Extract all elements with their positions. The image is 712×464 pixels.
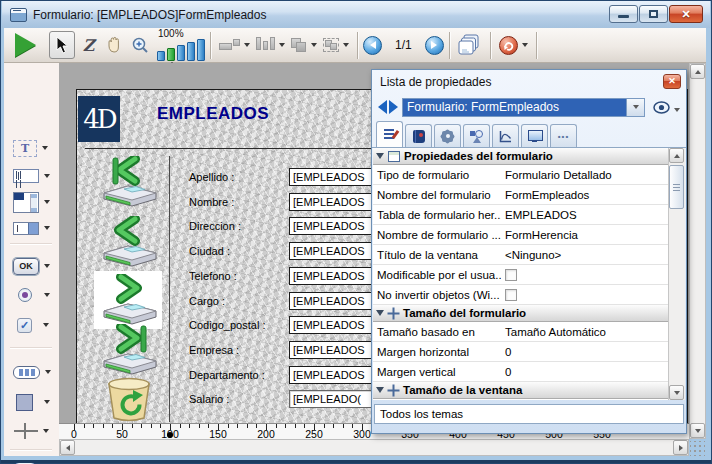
tab-chart[interactable] bbox=[492, 124, 519, 147]
property-value[interactable]: FormHerencia bbox=[501, 229, 668, 241]
property-value[interactable]: 0 bbox=[501, 346, 668, 358]
dropdown-arrow-icon[interactable] bbox=[44, 226, 50, 230]
tab-objects[interactable] bbox=[463, 124, 490, 147]
form-title-text[interactable]: EMPLEADOS bbox=[157, 104, 269, 124]
pages-icon bbox=[458, 34, 482, 56]
combo-dropdown-button[interactable] bbox=[626, 99, 644, 116]
property-value[interactable]: EMPLEADOS bbox=[501, 209, 668, 221]
tab-display[interactable] bbox=[521, 124, 548, 147]
dropdown-arrow-icon[interactable] bbox=[44, 174, 50, 178]
property-row: Tamaño basado enTamaño Automático bbox=[373, 322, 668, 342]
dropdown-arrow-icon[interactable] bbox=[43, 323, 49, 327]
collapse-arrow-icon[interactable] bbox=[376, 387, 384, 393]
scroll-left-button[interactable] bbox=[60, 440, 75, 455]
distribute-dropdown-button[interactable] bbox=[253, 31, 288, 59]
dropdown-arrow-icon[interactable] bbox=[44, 200, 50, 204]
detail-form-dropdown-button[interactable] bbox=[496, 31, 531, 59]
zoom-bar-50[interactable] bbox=[157, 51, 165, 61]
previous-object-button[interactable] bbox=[378, 100, 387, 114]
combobox-tool[interactable] bbox=[13, 216, 50, 240]
property-checkbox[interactable] bbox=[505, 289, 517, 301]
zoom-bar-100[interactable] bbox=[167, 48, 175, 61]
button-tool[interactable]: OK bbox=[13, 254, 50, 278]
next-record-button[interactable] bbox=[97, 274, 161, 328]
tab-more[interactable]: ••• bbox=[550, 124, 577, 147]
rectangle-tool[interactable] bbox=[13, 390, 50, 414]
collapse-arrow-icon[interactable] bbox=[376, 153, 384, 159]
property-label: Tipo de formulario bbox=[373, 169, 501, 181]
select-tool-button[interactable] bbox=[49, 31, 75, 59]
grid-scroll-down-button[interactable] bbox=[669, 385, 684, 400]
property-value[interactable] bbox=[501, 289, 668, 301]
radio-button-tool[interactable] bbox=[13, 283, 50, 307]
form-window-icon bbox=[10, 8, 27, 22]
scroll-up-button[interactable] bbox=[690, 64, 705, 79]
section-header[interactable]: Tamaño de la ventana bbox=[373, 382, 668, 399]
section-header[interactable]: Tamaño del formulario bbox=[373, 305, 668, 322]
splitter-tool[interactable] bbox=[13, 419, 49, 443]
group-dropdown-button[interactable] bbox=[320, 31, 352, 59]
dropdown-arrow-icon[interactable] bbox=[44, 400, 50, 404]
section-header[interactable]: Propiedades del formulario bbox=[373, 148, 668, 165]
property-value[interactable]: 0 bbox=[501, 366, 668, 378]
tab-data[interactable] bbox=[405, 124, 432, 147]
last-record-button[interactable] bbox=[97, 324, 161, 378]
panel-close-button[interactable]: ✕ bbox=[663, 74, 681, 89]
tab-actions[interactable] bbox=[434, 124, 461, 147]
vertical-scrollbar[interactable] bbox=[689, 63, 706, 439]
dropdown-arrow-icon[interactable] bbox=[43, 429, 49, 433]
checkbox-tool[interactable]: ✓ bbox=[13, 313, 49, 337]
themes-filter-status[interactable]: Todos los temas bbox=[374, 404, 684, 424]
next-icon bbox=[431, 41, 437, 49]
view-options-button[interactable] bbox=[653, 101, 680, 114]
move-tool-button[interactable] bbox=[101, 31, 127, 59]
input-field-tool[interactable] bbox=[13, 164, 50, 188]
window-title: Formulario: [EMPLEADOS]FormEmpleados bbox=[33, 8, 266, 22]
vertical-divider-line[interactable] bbox=[169, 156, 170, 422]
grid-scroll-up-button[interactable] bbox=[669, 148, 684, 163]
pages-list-button[interactable] bbox=[455, 31, 485, 59]
previous-page-button[interactable] bbox=[363, 36, 382, 55]
execute-form-button[interactable] bbox=[12, 31, 39, 59]
collapse-arrow-icon[interactable] bbox=[376, 310, 384, 316]
property-checkbox[interactable] bbox=[505, 269, 517, 281]
grid-scrollbar-thumb[interactable] bbox=[669, 165, 684, 209]
zoom-tool-button[interactable] bbox=[127, 31, 153, 59]
align-dropdown-button[interactable] bbox=[216, 31, 253, 59]
text-tool[interactable]: T bbox=[13, 136, 48, 160]
resize-grip[interactable] bbox=[690, 441, 705, 456]
property-value[interactable]: Tamaño Automático bbox=[501, 326, 668, 338]
zoom-bars[interactable] bbox=[157, 39, 205, 61]
tab-form-properties[interactable] bbox=[376, 121, 403, 147]
property-value[interactable]: FormEmpleados bbox=[501, 189, 668, 201]
zoom-bar-400[interactable] bbox=[187, 42, 195, 61]
listbox-tool[interactable] bbox=[13, 190, 50, 214]
close-button[interactable]: ✕ bbox=[669, 5, 703, 23]
next-object-button[interactable] bbox=[389, 100, 398, 114]
tab-control-tool[interactable] bbox=[13, 360, 51, 384]
next-page-button[interactable] bbox=[425, 36, 444, 55]
titlebar[interactable]: Formulario: [EMPLEADOS]FormEmpleados ✕ bbox=[2, 1, 710, 28]
property-value[interactable]: Formulario Detallado bbox=[501, 169, 668, 181]
delete-record-trash-button[interactable] bbox=[103, 376, 155, 422]
first-record-button[interactable] bbox=[97, 156, 161, 210]
scroll-down-button[interactable] bbox=[690, 423, 705, 438]
horizontal-scrollbar[interactable] bbox=[59, 439, 689, 456]
zoom-widget[interactable]: 100% bbox=[157, 29, 205, 61]
previous-record-button[interactable] bbox=[97, 216, 161, 270]
minimize-button[interactable] bbox=[609, 5, 638, 23]
property-value[interactable]: <Ninguno> bbox=[501, 249, 668, 261]
property-value[interactable] bbox=[501, 269, 668, 281]
restore-button[interactable] bbox=[639, 5, 668, 23]
dropdown-arrow-icon[interactable] bbox=[44, 293, 50, 297]
properties-panel-titlebar[interactable]: Lista de propiedades ✕ bbox=[372, 70, 686, 93]
zoom-bar-800[interactable] bbox=[197, 39, 205, 61]
object-selector-combo[interactable]: Formulario: FormEmpleados bbox=[402, 98, 645, 117]
dropdown-arrow-icon[interactable] bbox=[44, 264, 50, 268]
dropdown-arrow-icon[interactable] bbox=[42, 146, 48, 150]
scroll-right-button[interactable] bbox=[673, 440, 688, 455]
dropdown-arrow-icon[interactable] bbox=[45, 370, 51, 374]
layer-order-dropdown-button[interactable] bbox=[288, 31, 320, 59]
entry-order-tool-button[interactable]: Z bbox=[75, 31, 101, 59]
zoom-bar-200[interactable] bbox=[177, 45, 185, 61]
